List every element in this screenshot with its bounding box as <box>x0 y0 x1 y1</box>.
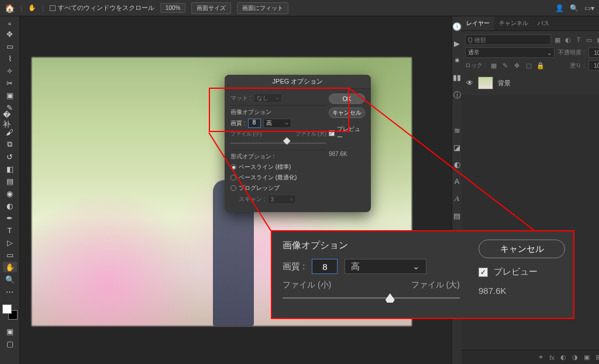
preview-checkbox[interactable]: ✓プレビュー <box>329 125 365 141</box>
blur-tool-icon[interactable]: ◉ <box>3 188 17 199</box>
filter-shape-icon[interactable]: ▭ <box>585 36 593 44</box>
fit-screen-button[interactable]: 画面サイズ <box>191 2 231 14</box>
image-options-label: 画像オプション <box>230 108 326 116</box>
libraries-panel-icon[interactable]: ▤ <box>453 212 460 220</box>
info-panel-icon[interactable]: ⓘ <box>453 90 461 100</box>
lock-pixels-icon[interactable]: ▦ <box>490 61 498 70</box>
callout-preview-checkbox[interactable]: ✓プレビュー <box>478 266 565 278</box>
lock-position-icon[interactable]: ✎ <box>501 61 510 70</box>
visibility-icon[interactable]: 👁 <box>466 79 473 87</box>
brush-panel-icon[interactable]: ≋ <box>454 126 460 135</box>
file-small-label: ファイル (小) <box>230 130 262 138</box>
eraser-tool-icon[interactable]: ◧ <box>3 164 17 174</box>
heal-tool-icon[interactable]: �补 <box>3 115 17 125</box>
baseline-std-radio[interactable]: ベースライン (標準) <box>230 163 326 171</box>
paragraph-panel-icon[interactable]: A <box>455 194 459 203</box>
zoom-tool-icon[interactable]: 🔍 <box>3 274 17 285</box>
scan-dropdown: 3 <box>268 195 296 204</box>
opacity-input[interactable]: 100% <box>588 47 599 58</box>
edit-toolbar-icon[interactable]: ⋯ <box>3 286 17 297</box>
wand-tool-icon[interactable]: ✧ <box>3 65 17 76</box>
quality-slider[interactable] <box>230 139 326 147</box>
opacity-label: 不透明度 : <box>558 48 585 57</box>
zoom-level[interactable]: 100% <box>160 3 186 13</box>
fx-icon[interactable]: fx <box>549 354 555 361</box>
callout-title: 画像オプション <box>283 240 460 252</box>
cancel-button[interactable]: キャンセル <box>329 108 365 118</box>
crop-tool-icon[interactable]: ✂ <box>3 78 17 88</box>
mask-icon[interactable]: ◐ <box>560 353 566 361</box>
screenmode-icon[interactable]: ▢ <box>3 338 17 349</box>
home-icon[interactable]: 🏠 <box>5 4 15 13</box>
history-panel-icon[interactable]: 🕔 <box>452 22 462 31</box>
format-options-label: 形式オプション : <box>230 152 326 161</box>
callout-cancel-button[interactable]: キャンセル <box>478 240 565 258</box>
blend-mode-dropdown[interactable]: 通常⌄ <box>465 47 555 58</box>
workspace-icon[interactable]: ▭▾ <box>584 4 594 12</box>
frame-tool-icon[interactable]: ▣ <box>3 90 17 100</box>
color-swatches[interactable] <box>2 304 18 320</box>
filter-image-icon[interactable]: ▦ <box>553 36 562 44</box>
fill-input[interactable]: 100% <box>588 60 599 71</box>
baseline-opt-radio[interactable]: ベースライン (最適化) <box>230 174 326 182</box>
matte-label: マット : <box>230 94 252 102</box>
options-bar: 🏠 | ✋ | すべてのウィンドウをスクロール 100% 画面サイズ 画面にフィ… <box>0 0 599 16</box>
tab-channels[interactable]: チャンネル <box>494 16 533 30</box>
divider: | <box>42 5 44 12</box>
quality-input[interactable]: 8 <box>248 119 261 128</box>
matte-dropdown: なし <box>254 93 282 103</box>
layer-panel-tabs: レイヤー チャンネル パス ≡ <box>462 16 599 31</box>
fill-label: 塗り : <box>570 61 585 70</box>
callout-file-small: ファイル (小) <box>283 280 331 290</box>
quality-dropdown[interactable]: 高 <box>263 119 291 128</box>
color-panel-icon[interactable]: ◐ <box>454 160 460 169</box>
path-tool-icon[interactable]: ▷ <box>3 237 17 248</box>
layer-filter-input[interactable] <box>465 34 551 45</box>
layer-thumbnail[interactable] <box>478 77 493 89</box>
scroll-all-checkbox[interactable]: すべてのウィンドウをスクロール <box>50 4 154 12</box>
hand-icon[interactable]: ✋ <box>28 4 36 12</box>
layer-row[interactable]: 👁 背景 🔒 <box>465 74 599 92</box>
callout-quality-input[interactable]: 8 <box>312 259 338 274</box>
hand-tool-icon[interactable]: ✋ <box>3 262 17 272</box>
lock-move-icon[interactable]: ✥ <box>513 61 521 70</box>
tools-panel: « ✥ ▭ ⌇ ✧ ✂ ▣ ✎ �补 🖌 ⧉ ↺ ◧ ▤ ◉ ◐ ✒ T ▷ ▭… <box>0 16 20 364</box>
new-layer-icon[interactable]: ⊞ <box>595 353 599 361</box>
shape-tool-icon[interactable]: ▭ <box>3 249 17 260</box>
lasso-tool-icon[interactable]: ⌇ <box>3 53 17 64</box>
tab-paths[interactable]: パス <box>533 16 554 30</box>
dialog-title: JPEG オプション <box>225 75 371 89</box>
tab-layers[interactable]: レイヤー <box>462 16 494 30</box>
character-panel-icon[interactable]: A <box>455 177 460 186</box>
pen-tool-icon[interactable]: ✒ <box>3 213 17 223</box>
quickmask-icon[interactable]: ▣ <box>3 326 17 337</box>
dodge-tool-icon[interactable]: ◐ <box>3 200 17 211</box>
group-icon[interactable]: ▣ <box>584 353 590 361</box>
callout-slider[interactable] <box>283 292 460 306</box>
adjustments-panel-icon[interactable]: ✷ <box>454 56 460 65</box>
stamp-tool-icon[interactable]: ⧉ <box>3 139 17 150</box>
filter-type-icon[interactable]: T <box>574 36 583 44</box>
histogram-panel-icon[interactable]: ▮▮ <box>453 73 461 82</box>
history-brush-icon[interactable]: ↺ <box>3 151 17 162</box>
file-large-label: ファイル (大) <box>295 130 327 138</box>
marquee-tool-icon[interactable]: ▭ <box>3 41 17 51</box>
swatches-panel-icon[interactable]: ◪ <box>453 143 460 152</box>
lock-all-icon[interactable]: 🔒 <box>536 61 545 70</box>
panel-toggle-icon[interactable]: « <box>3 20 17 27</box>
filter-smart-icon[interactable]: ▣ <box>595 36 599 44</box>
user-icon[interactable]: 👤 <box>555 4 564 12</box>
actions-panel-icon[interactable]: ▶ <box>454 39 460 48</box>
adjustment-layer-icon[interactable]: ◑ <box>572 353 578 361</box>
lock-artboard-icon[interactable]: ▢ <box>525 61 533 70</box>
callout-quality-dropdown[interactable]: 高⌄ <box>345 259 426 274</box>
move-tool-icon[interactable]: ✥ <box>3 29 17 39</box>
fit-window-button[interactable]: 画面にフィット <box>237 2 288 14</box>
type-tool-icon[interactable]: T <box>3 225 17 235</box>
search-icon[interactable]: 🔍 <box>570 4 579 12</box>
link-layers-icon[interactable]: ⚭ <box>538 353 543 361</box>
layers-footer: ⚭ fx ◐ ◑ ▣ ⊞ 🗑 <box>462 350 599 364</box>
brush-tool-icon[interactable]: 🖌 <box>3 127 17 137</box>
filter-adjust-icon[interactable]: ◐ <box>564 36 572 44</box>
gradient-tool-icon[interactable]: ▤ <box>3 176 17 186</box>
